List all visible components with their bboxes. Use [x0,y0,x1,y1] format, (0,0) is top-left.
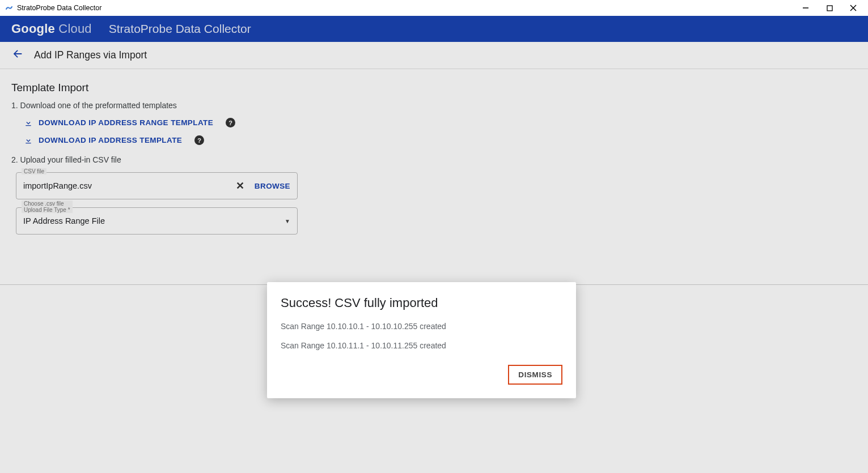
help-icon[interactable]: ? [194,135,204,145]
upload-type-field: Choose .csv file Upload File Type * IP A… [16,207,298,235]
help-icon[interactable]: ? [226,118,235,127]
modal-actions: DISMISS [281,365,562,385]
csv-file-input-box[interactable]: importIpRange.csv ✕ BROWSE [16,172,298,199]
minimize-button[interactable] [801,3,810,12]
modal-message-2: Scan Range 10.10.11.1 - 10.10.11.255 cre… [281,341,562,350]
window-titlebar: StratoProbe Data Collector [0,0,868,16]
download-range-row: DOWNLOAD IP ADDRESS RANGE TEMPLATE ? [24,118,857,127]
page-subheader: Add IP Ranges via Import [0,42,868,69]
modal-title: Success! CSV fully imported [281,296,562,310]
product-name: StratoProbe Data Collector [109,22,251,36]
close-button[interactable] [849,3,858,12]
csv-file-value: importIpRange.csv [23,181,236,190]
page-title: Add IP Ranges via Import [34,49,147,61]
app-icon [5,3,14,12]
success-modal: Success! CSV fully imported Scan Range 1… [267,282,576,398]
upload-type-value: IP Address Range File [23,216,285,225]
main-content: Template Import 1. Download one of the p… [0,69,868,247]
window-title: StratoProbe Data Collector [17,4,101,12]
download-ip-range-template-link[interactable]: DOWNLOAD IP ADDRESS RANGE TEMPLATE [39,118,213,127]
upload-type-label: Choose .csv file Upload File Type * [22,201,73,213]
download-addr-row: DOWNLOAD IP ADDRESS TEMPLATE ? [24,135,857,145]
google-cloud-logo: Google Cloud [11,22,92,36]
dismiss-button[interactable]: DISMISS [508,365,562,385]
browse-button[interactable]: BROWSE [255,182,290,190]
clear-icon[interactable]: ✕ [236,180,244,192]
chevron-down-icon: ▼ [285,218,290,224]
section-heading: Template Import [11,82,857,94]
brand-bar: Google Cloud StratoProbe Data Collector [0,16,868,42]
download-icon [24,118,33,127]
csv-file-label: CSV file [22,168,46,174]
download-icon [24,136,33,145]
maximize-button[interactable] [825,3,834,12]
step-2-text: 2. Upload your filled-in CSV file [11,155,857,164]
csv-file-field: CSV file importIpRange.csv ✕ BROWSE [16,172,298,199]
back-arrow-icon[interactable] [11,48,24,63]
download-ip-address-template-link[interactable]: DOWNLOAD IP ADDRESS TEMPLATE [39,136,182,144]
svg-rect-1 [827,6,832,11]
window-controls [801,3,863,12]
step-1-text: 1. Download one of the preformatted temp… [11,101,857,110]
modal-message-1: Scan Range 10.10.10.1 - 10.10.10.255 cre… [281,322,562,331]
